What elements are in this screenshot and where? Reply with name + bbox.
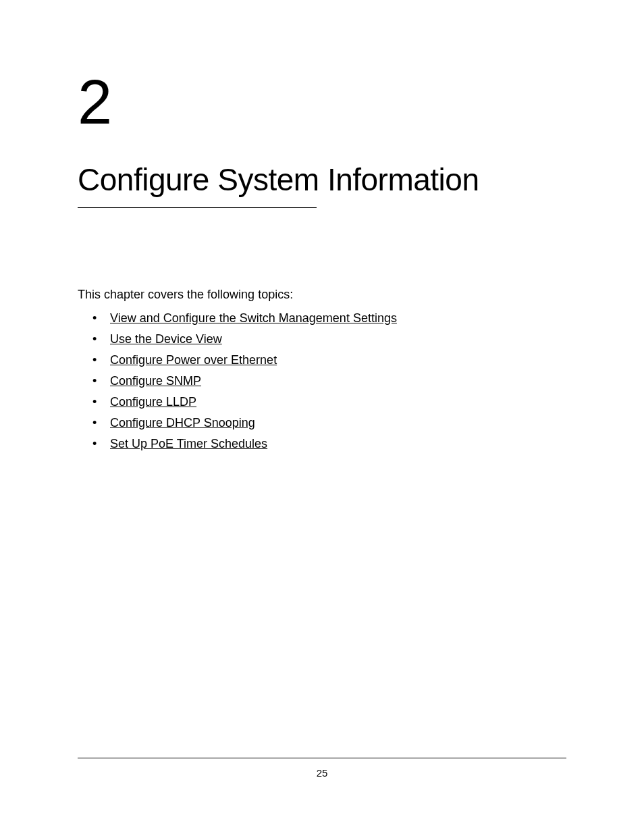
title-underline	[78, 207, 317, 208]
topic-link[interactable]: View and Configure the Switch Management…	[110, 311, 397, 325]
list-item: Configure Power over Ethernet	[110, 353, 566, 367]
topic-link[interactable]: Configure LLDP	[110, 395, 196, 409]
page-number: 25	[0, 767, 644, 779]
topic-link[interactable]: Configure SNMP	[110, 374, 201, 388]
intro-text: This chapter covers the following topics…	[78, 288, 566, 302]
footer-divider	[78, 758, 566, 758]
list-item: Configure LLDP	[110, 395, 566, 409]
list-item: Configure DHCP Snooping	[110, 416, 566, 430]
topic-link[interactable]: Use the Device View	[110, 332, 222, 346]
list-item: Configure SNMP	[110, 374, 566, 388]
list-item: Use the Device View	[110, 332, 566, 346]
chapter-number: 2	[78, 71, 566, 133]
topic-list: View and Configure the Switch Management…	[78, 311, 566, 451]
topic-link[interactable]: Configure DHCP Snooping	[110, 416, 255, 429]
topic-link[interactable]: Configure Power over Ethernet	[110, 353, 277, 367]
list-item: Set Up PoE Timer Schedules	[110, 437, 566, 451]
chapter-title: Configure System Information	[78, 161, 566, 198]
topic-link[interactable]: Set Up PoE Timer Schedules	[110, 437, 267, 450]
page-content: 2 Configure System Information This chap…	[0, 0, 644, 451]
list-item: View and Configure the Switch Management…	[110, 311, 566, 325]
